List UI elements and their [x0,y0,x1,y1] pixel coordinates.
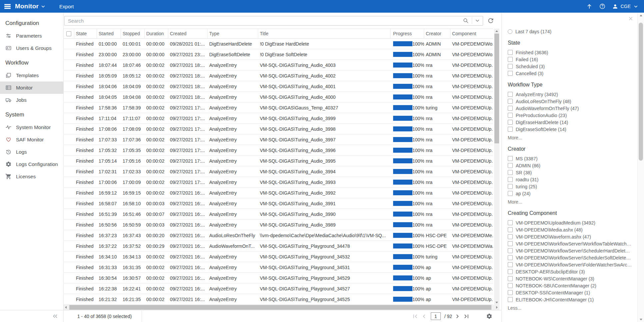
scroll-up-arrow[interactable] [494,29,499,33]
row-select-cell[interactable] [64,230,74,241]
page-number-input[interactable] [431,312,441,320]
collapse-sidebar-icon[interactable] [52,313,59,320]
filter-checkbox-item[interactable]: DigEraseHardDelete (14) [508,119,632,126]
filter-panel-scrollbar[interactable] [637,13,644,322]
row-select-cell[interactable] [64,92,74,102]
column-header-started[interactable]: Started [97,29,121,38]
checkbox[interactable] [508,106,513,111]
column-header-created[interactable]: Created [168,29,208,38]
row-select-cell[interactable] [64,262,74,272]
sidebar-item-users-groups[interactable]: Users & Groups [0,42,63,54]
table-row[interactable]: Finished 16:59:12 16:59:15 00:00:02 09/2… [64,188,493,198]
vertical-scroll-thumb[interactable] [494,34,499,143]
table-row[interactable]: Finished 16:58:07 16:58:10 00:00:03 09/2… [64,198,493,209]
row-select-cell[interactable] [64,60,74,70]
table-vertical-scrollbar[interactable] [494,29,499,305]
checkbox[interactable] [508,290,513,295]
table-row[interactable]: Finished 17:58:36 17:58:39 00:00:02 09/2… [64,102,493,113]
table-row[interactable]: Finished 16:34:10 16:34:13 00:00:02 09/2… [64,251,493,262]
checkbox[interactable] [508,99,513,104]
checkbox[interactable] [508,269,513,274]
filter-checkbox-item[interactable]: NOTEBOOK-WS\ContentManager (3) [508,275,632,282]
column-header-stopped[interactable]: Stopped [121,29,145,38]
checkbox[interactable] [508,113,513,118]
column-header-state[interactable]: State [74,29,97,38]
filter-checkbox-item[interactable]: MS (3387) [508,155,632,162]
filter-checkbox-item[interactable]: roadtu (31) [508,176,632,183]
row-select-cell[interactable] [64,273,74,283]
checkbox[interactable] [508,297,513,302]
table-row[interactable]: Finished 16:22:38 16:22:41 00:00:02 09/2… [64,283,493,294]
table-row[interactable]: Finished 18:04:06 18:04:09 00:00:02 09/2… [64,81,493,92]
checkbox[interactable] [508,156,513,161]
search-icon[interactable] [462,17,469,24]
filter-checkbox-item[interactable]: PreProductionAudio (23) [508,112,632,119]
scroll-up-arrow[interactable] [638,13,644,17]
checkbox[interactable] [508,248,513,253]
checkbox[interactable] [508,57,513,62]
checkbox[interactable] [508,241,513,246]
checkbox[interactable] [508,177,513,182]
sidebar-item-system-monitor[interactable]: System Monitor [0,121,63,133]
scroll-left-arrow[interactable] [64,305,68,310]
checkbox[interactable] [508,50,513,55]
user-menu[interactable]: CGE [612,3,639,10]
checkbox[interactable] [508,120,513,125]
scroll-thumb[interactable] [639,23,643,161]
sidebar-item-templates[interactable]: Templates [0,69,63,81]
filter-checkbox-item[interactable]: DESKTOP-SSI\ContentManager (1) [508,289,632,296]
scroll-right-arrow[interactable] [495,305,499,310]
previous-page-icon[interactable] [420,313,428,320]
filter-checkbox-item[interactable]: ELITEBOOK-JHI\ContentManager (1) [508,296,632,303]
table-row[interactable]: Finished 16:51:39 16:51:46 00:00:07 09/2… [64,209,493,220]
table-row[interactable]: Finished 17:05:14 17:05:16 00:00:02 09/2… [64,156,493,166]
checkbox[interactable] [508,184,513,189]
table-row[interactable]: Finished 18:05:09 18:05:12 00:00:02 09/2… [64,71,493,81]
table-row[interactable]: Finished 18:04:05 18:04:08 00:00:02 09/2… [64,92,493,102]
table-row[interactable]: Finished 01:00:00 01:00:01 00:00:00 09/2… [64,39,493,49]
column-header-duration[interactable]: Duration [145,29,168,38]
row-select-cell[interactable] [64,39,74,49]
refresh-icon[interactable] [487,17,494,24]
checkbox[interactable] [508,262,513,267]
row-select-cell[interactable] [64,241,74,251]
checkbox[interactable] [508,92,513,97]
table-row[interactable]: Finished 18:07:44 18:07:46 00:00:02 09/2… [64,60,493,71]
sidebar-item-logs[interactable]: Logs [0,146,63,158]
filter-checkbox-item[interactable]: VM-DPEDEMO\WorkflowServer\SchedulerSoftD… [508,254,632,261]
checkbox[interactable] [508,163,513,168]
table-row[interactable]: Finished 23:00:00 23:00:00 00:00:00 09/2… [64,49,493,60]
table-horizontal-scrollbar[interactable] [64,305,499,310]
upload-icon[interactable] [586,3,593,10]
filter-checkbox-item[interactable]: AnalyzeEntry (3492) [508,91,632,98]
filter-checkbox-item[interactable]: VM-DPEDEMO\WorkflowServer\SchedulerHardD… [508,247,632,254]
checkbox[interactable] [508,64,513,69]
app-title-chevron-down-icon[interactable] [40,4,46,9]
filter-checkbox-item[interactable]: DESKTOP-AER\SubclipEditor (3) [508,268,632,275]
checkbox[interactable] [508,170,513,175]
row-select-cell[interactable] [64,81,74,91]
table-row[interactable]: Finished 16:21:32 16:21:35 00:00:02 09/2… [64,294,493,305]
table-row[interactable]: Finished 16:31:33 16:31:35 00:00:02 09/2… [64,262,493,273]
filter-checkbox-item[interactable]: AudioLoResOnTheFly (48) [508,98,632,105]
table-row[interactable]: Finished 16:37:22 16:37:52 00:00:29 09/2… [64,241,493,251]
search-input[interactable] [65,18,460,24]
checkbox[interactable] [508,220,513,225]
filter-checkbox-item[interactable]: DigEraseSoftDelete (14) [508,126,632,133]
checkbox[interactable] [508,276,513,281]
filter-checkbox-item[interactable]: VM-DPEDEMO\UploadMedium (3492) [508,219,632,226]
filter-checkbox-item[interactable]: Scheduled (3) [508,63,632,70]
help-icon[interactable] [599,3,606,10]
column-header-creator[interactable]: Creator [424,29,450,38]
row-select-cell[interactable] [64,220,74,230]
filter-checkbox-item[interactable]: VM-DPEDEMO\WorkflowServer\WorkflowTableW… [508,240,632,247]
more-link[interactable]: More... [508,199,522,205]
filter-checkbox-item[interactable]: AudioWaveformOnTheFly (47) [508,105,632,112]
table-row[interactable]: Finished 16:30:54 16:30:57 00:00:02 09/2… [64,273,493,283]
filter-checkbox-item[interactable]: ADMIN (86) [508,162,632,169]
horizontal-scroll-thumb[interactable] [69,305,491,310]
more-link[interactable]: More... [508,134,522,141]
close-filter-panel-icon[interactable] [628,16,634,22]
search-chevron-down-icon[interactable] [474,18,480,24]
filter-checkbox-item[interactable]: Failed (16) [508,56,632,63]
